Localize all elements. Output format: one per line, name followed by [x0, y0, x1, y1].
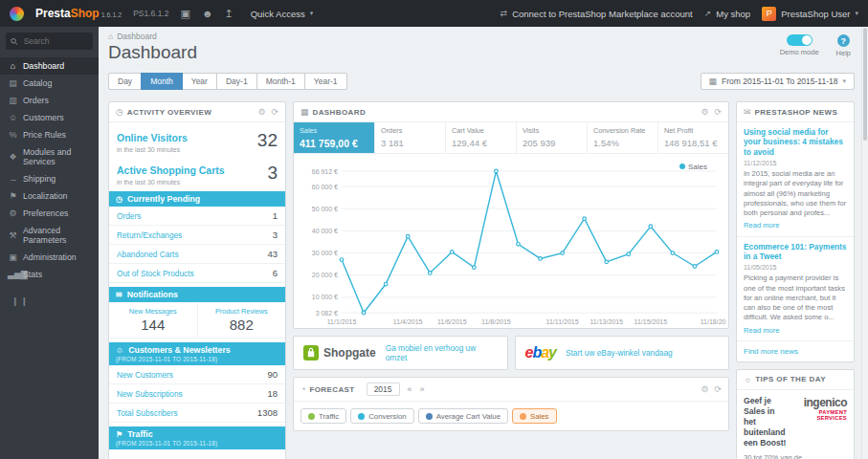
- kpi-tab-sales[interactable]: Sales411 759,00 €: [294, 122, 375, 153]
- forecast-year-select[interactable]: 2015: [367, 382, 400, 396]
- sidebar-item-shipping[interactable]: →Shipping: [0, 170, 99, 187]
- range-button-day-1[interactable]: Day-1: [216, 73, 257, 90]
- news-excerpt: In 2015, social media are an integral pa…: [744, 169, 847, 231]
- previous-year-button[interactable]: «: [408, 384, 412, 394]
- brand-name[interactable]: PrestaShop1.6.1.2: [35, 7, 122, 20]
- activity-stat-row-orders[interactable]: Orders1: [109, 207, 285, 226]
- read-more-link[interactable]: Read more: [744, 326, 847, 336]
- activity-stat-row-out-of-stock-products[interactable]: Out of Stock Products6: [109, 264, 285, 283]
- range-button-month[interactable]: Month: [141, 73, 183, 90]
- svg-text:11/4/2015: 11/4/2015: [393, 318, 423, 325]
- forecast-panel-title: FORECAST: [309, 385, 354, 394]
- demo-mode-toggle[interactable]: Demo mode: [780, 34, 819, 57]
- sidebar-item-stats[interactable]: ▃▅▇Stats: [0, 266, 99, 283]
- sales-chart: 66 912 €60 000 €50 000 €40 000 €30 000 €…: [294, 154, 728, 328]
- gear-icon[interactable]: ⚙: [701, 384, 708, 394]
- gear-icon[interactable]: ⚙: [701, 107, 708, 117]
- next-year-button[interactable]: »: [420, 384, 425, 394]
- activity-stat-row-return-exchanges[interactable]: Return/Exchanges3: [109, 226, 285, 245]
- activity-section-header-notifications: ✉Notifications: [109, 287, 285, 302]
- customers-icon: ☺: [8, 113, 18, 122]
- date-range-picker[interactable]: ▦ From 2015-11-01 To 2015-11-18 ▾: [701, 73, 855, 90]
- range-button-year[interactable]: Year: [182, 73, 217, 90]
- page-scrollbar[interactable]: [861, 27, 868, 459]
- activity-stat-row-new-customers[interactable]: New Customers90: [109, 365, 285, 384]
- activity-stat-row-total-subscribers[interactable]: Total Subscribers1308: [109, 404, 285, 423]
- ebay-promo[interactable]: ebay Start uw eBay-winkel vandaag: [515, 336, 730, 370]
- my-shop-link[interactable]: ↗ My shop: [704, 9, 750, 19]
- sidebar-collapse-button[interactable]: ❙❙: [0, 283, 99, 306]
- date-range-label: From 2015-11-01 To 2015-11-18: [722, 76, 837, 86]
- sidebar-item-localization[interactable]: ⚑Localization: [0, 187, 99, 205]
- news-list: Using social media for your business: 4 …: [737, 122, 854, 341]
- range-button-day[interactable]: Day: [108, 73, 142, 90]
- activity-stat-row-abandoned-carts[interactable]: Abandoned Carts43: [109, 245, 285, 264]
- cart-icon[interactable]: ▣: [180, 8, 189, 20]
- search-input[interactable]: [22, 35, 88, 47]
- activity-section-title: Customers & Newsletters: [128, 345, 231, 355]
- sidebar-item-customers[interactable]: ☺Customers: [0, 109, 99, 126]
- activity-sections: ◷Currently PendingOrders1Return/Exchange…: [109, 191, 285, 459]
- tips-panel-header: ☼ TIPS OF THE DAY: [737, 370, 854, 390]
- upload-icon[interactable]: ↥: [224, 8, 233, 20]
- news-title-link[interactable]: Using social media for your business: 4 …: [744, 127, 847, 157]
- brand-presta: Presta: [35, 7, 71, 20]
- user-menu[interactable]: P PrestaShop User ▾: [762, 7, 858, 21]
- tips-panel: ☼ TIPS OF THE DAY Geef je Sales in het b…: [736, 369, 855, 459]
- help-button[interactable]: ? Help: [836, 34, 851, 57]
- forecast-toggle-traffic[interactable]: Traffic: [300, 408, 346, 424]
- forecast-toggle-sales[interactable]: Sales: [512, 408, 557, 424]
- shopgate-promo[interactable]: Shopgate Ga mobiel en verhoog uw omzet: [293, 336, 508, 370]
- kpi-tab-cart-value[interactable]: Cart Value129,44 €: [446, 122, 517, 153]
- sidebar-item-price-rules[interactable]: %Price Rules: [0, 126, 99, 143]
- activity-live-link-online-visitors[interactable]: Online Visitors: [117, 132, 188, 143]
- sidebar-item-modules-and-services[interactable]: ❖Modules and Services: [0, 143, 99, 170]
- sidebar-search: [6, 33, 93, 50]
- activity-live-sub: in the last 30 minutes: [117, 179, 225, 186]
- kpi-tab-net-profit[interactable]: Net Profit148 918,51 €: [658, 122, 728, 153]
- find-more-news-link[interactable]: Find more news: [737, 341, 854, 361]
- activity-live-row: Active Shopping Cartsin the last 30 minu…: [109, 155, 285, 187]
- kpi-tab-visits[interactable]: Visits205 939: [517, 122, 588, 153]
- quick-access-button[interactable]: Quick Access ▾: [245, 8, 320, 20]
- page-title: Dashboard: [108, 42, 855, 63]
- prestashop-logo-icon[interactable]: [10, 7, 24, 21]
- refresh-icon[interactable]: ⟳: [714, 384, 722, 394]
- sidebar-item-advanced-parameters[interactable]: ⚒Advanced Parameters: [0, 222, 99, 249]
- gear-icon[interactable]: ⚙: [257, 107, 265, 117]
- range-button-year-1[interactable]: Year-1: [304, 73, 347, 90]
- refresh-icon[interactable]: ⟳: [714, 107, 722, 117]
- middle-column: ▦ DASHBOARD ⚙ ⟳ Sales411 759,00 €Orders3…: [293, 101, 729, 431]
- read-more-link[interactable]: Read more: [744, 221, 847, 230]
- range-button-month-1[interactable]: Month-1: [256, 73, 305, 90]
- sidebar-item-preferences[interactable]: ⚙Preferences: [0, 205, 99, 222]
- scrollbar-thumb[interactable]: [863, 28, 867, 141]
- ingenico-brand-name: ingenico: [794, 396, 847, 409]
- activity-stat-cell-new-messages[interactable]: New Messages144: [109, 302, 198, 338]
- demo-mode-label: Demo mode: [780, 48, 819, 56]
- marketplace-connect-link[interactable]: ⇄ Connect to PrestaShop Marketplace acco…: [501, 9, 693, 19]
- sidebar-item-administration[interactable]: ▣Administration: [0, 249, 99, 266]
- sidebar-item-catalog[interactable]: ▤Catalog: [0, 75, 99, 92]
- dashboard-icon: ⌂: [8, 61, 18, 71]
- ebay-link[interactable]: Start uw eBay-winkel vandaag: [566, 348, 673, 358]
- kpi-tab-conversion-rate[interactable]: Conversion Rate1.54%: [588, 122, 658, 153]
- forecast-toggle-conversion[interactable]: Conversion: [350, 408, 413, 424]
- chevron-down-icon: ▾: [842, 77, 846, 85]
- lightbulb-icon: ☼: [744, 375, 751, 384]
- employee-icon[interactable]: ☻: [202, 8, 213, 19]
- sidebar-item-dashboard[interactable]: ⌂Dashboard: [0, 57, 99, 75]
- kpi-tab-orders[interactable]: Orders3 181: [375, 122, 446, 153]
- news-title-link[interactable]: Ecommerce 101: Payments in a Tweet: [744, 242, 847, 262]
- activity-live-link-active-shopping-carts[interactable]: Active Shopping Carts: [117, 164, 225, 176]
- forecast-toggle-average-cart-value[interactable]: Average Cart Value: [418, 408, 508, 424]
- sidebar-item-orders[interactable]: ▥Orders: [0, 92, 99, 109]
- toggle-switch-icon[interactable]: [787, 34, 812, 46]
- activity-stat-cell-product-reviews[interactable]: Product Reviews882: [198, 302, 286, 338]
- dashboard-icon: ▦: [300, 107, 309, 117]
- refresh-icon[interactable]: ⟳: [271, 107, 278, 117]
- activity-stat-row-new-subscriptions[interactable]: New Subscriptions18: [109, 384, 285, 404]
- svg-text:11/13/2015: 11/13/2015: [590, 318, 623, 325]
- forecast-legend: TrafficConversionAverage Cart ValueSales: [294, 402, 728, 430]
- shopgate-link[interactable]: Ga mobiel en verhoog uw omzet: [386, 343, 498, 362]
